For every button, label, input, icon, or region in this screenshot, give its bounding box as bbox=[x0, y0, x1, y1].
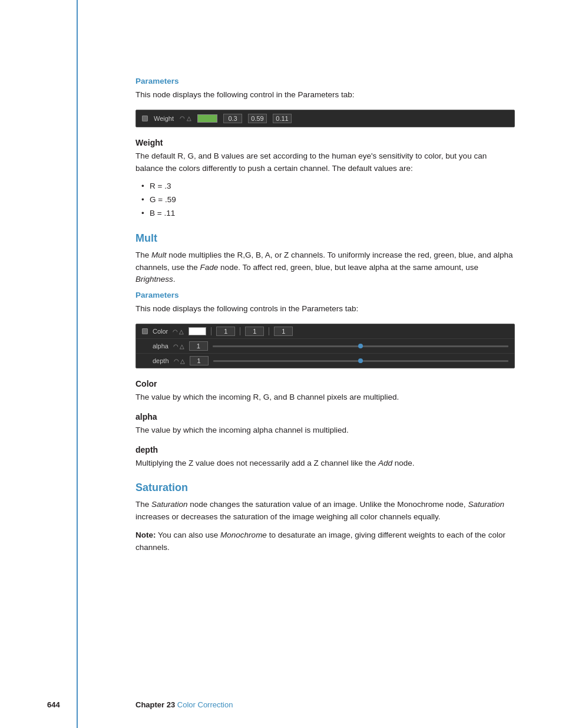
alpha-value: 1 bbox=[189, 341, 208, 351]
color-param-body: The value by which the incoming R, G, an… bbox=[135, 391, 515, 404]
alpha-param-section: alpha The value by which the incoming al… bbox=[135, 412, 515, 437]
parameters-2-heading: Parameters bbox=[135, 291, 515, 299]
weight-panel-icons: ◠ △ bbox=[180, 115, 191, 121]
color-param-section: Color The value by which the incoming R,… bbox=[135, 379, 515, 404]
alpha-label: alpha bbox=[153, 342, 168, 350]
weight-panel-label: Weight bbox=[154, 115, 174, 122]
page: Parameters This node displays the follow… bbox=[0, 0, 562, 728]
parameters-1-section: Parameters This node displays the follow… bbox=[135, 77, 515, 127]
depth-icon-2: △ bbox=[180, 358, 185, 364]
weight-ui-panel: Weight ◠ △ 0.3 0.59 0.11 bbox=[135, 110, 515, 127]
mult-panel-row-alpha: alpha ◠ △ 1 bbox=[136, 339, 514, 354]
mult-panel-row-color: Color ◠ △ 1 1 1 bbox=[136, 324, 514, 339]
weight-bullet-list: R = .3 G = .59 B = .11 bbox=[144, 180, 515, 220]
footer-chapter-info: Chapter 23 Color Correction bbox=[135, 700, 233, 709]
note-bold: Note: bbox=[135, 531, 156, 539]
saturation-heading: Saturation bbox=[135, 482, 515, 494]
page-number: 644 bbox=[47, 700, 60, 709]
parameters-2-intro: This node displays the following control… bbox=[135, 303, 515, 315]
weight-value-g: 0.59 bbox=[248, 114, 267, 123]
alpha-indent bbox=[142, 343, 148, 349]
color-value-3: 1 bbox=[274, 327, 293, 336]
alpha-slider-track[interactable] bbox=[213, 345, 508, 347]
mult-body: The Mult node multiplies the R,G, B, A, … bbox=[135, 249, 515, 286]
depth-param-body: Multiplying the Z value does not necessa… bbox=[135, 457, 515, 470]
mult-section: Mult The Mult node multiplies the R,G, B… bbox=[135, 232, 515, 286]
divider-1 bbox=[211, 327, 211, 335]
divider-2 bbox=[240, 327, 240, 335]
saturation-body1: The Saturation node changes the saturati… bbox=[135, 499, 515, 523]
color-value-2: 1 bbox=[245, 327, 264, 336]
chapter-title: Color Correction bbox=[177, 700, 233, 709]
alpha-param-heading: alpha bbox=[135, 412, 515, 421]
alpha-icons: ◠ △ bbox=[173, 343, 184, 350]
alpha-icon-1: ◠ bbox=[173, 343, 178, 350]
weight-body: The default R, G, and B values are set a… bbox=[135, 150, 515, 175]
weight-heading: Weight bbox=[135, 138, 515, 147]
alpha-param-body: The value by which the incoming alpha ch… bbox=[135, 424, 515, 437]
parameters-1-heading: Parameters bbox=[135, 77, 515, 85]
depth-indent bbox=[142, 358, 148, 364]
mult-panel-row-depth: depth ◠ △ 1 bbox=[136, 354, 514, 368]
parameters-1-intro: This node displays the following control… bbox=[135, 89, 515, 101]
depth-icons: ◠ △ bbox=[174, 358, 185, 364]
depth-param-section: depth Multiplying the Z value does not n… bbox=[135, 445, 515, 470]
depth-slider-handle[interactable] bbox=[358, 358, 363, 363]
chapter-label: Chapter 23 bbox=[135, 700, 175, 709]
color-white-swatch bbox=[189, 327, 206, 335]
depth-icon-1: ◠ bbox=[174, 358, 179, 364]
saturation-note: Note: You can also use Monochrome to des… bbox=[135, 529, 515, 554]
alpha-icon-2: △ bbox=[180, 343, 184, 350]
weight-icon-1: ◠ bbox=[180, 115, 185, 121]
parameters-2-section: Parameters This node displays the follow… bbox=[135, 291, 515, 368]
panel-icon bbox=[142, 116, 148, 121]
color-value-1: 1 bbox=[216, 327, 235, 336]
depth-slider-track[interactable] bbox=[213, 360, 508, 362]
saturation-section: Saturation The Saturation node changes t… bbox=[135, 482, 515, 554]
weight-value-r: 0.3 bbox=[223, 114, 242, 123]
color-icon-1: ◠ bbox=[173, 328, 178, 335]
divider-3 bbox=[269, 327, 269, 335]
weight-icon-2: △ bbox=[187, 115, 191, 121]
weight-section: Weight The default R, G, and B values ar… bbox=[135, 138, 515, 220]
color-icons: ◠ △ bbox=[173, 328, 184, 335]
left-rule bbox=[77, 0, 78, 728]
mult-ui-panel: Color ◠ △ 1 1 1 alpha bbox=[135, 324, 515, 368]
alpha-slider-handle[interactable] bbox=[358, 344, 363, 348]
color-icon-2: △ bbox=[179, 328, 184, 335]
content-area: Parameters This node displays the follow… bbox=[135, 0, 515, 601]
mult-panel-icon bbox=[142, 328, 148, 334]
depth-value: 1 bbox=[190, 356, 209, 365]
color-label: Color bbox=[153, 328, 168, 335]
weight-color-swatch bbox=[197, 114, 217, 123]
weight-value-b: 0.11 bbox=[273, 114, 292, 123]
color-param-heading: Color bbox=[135, 379, 515, 388]
mult-heading: Mult bbox=[135, 232, 515, 245]
bullet-r: R = .3 bbox=[144, 180, 515, 193]
bullet-b: B = .11 bbox=[144, 207, 515, 220]
depth-label: depth bbox=[153, 357, 169, 364]
depth-param-heading: depth bbox=[135, 445, 515, 454]
bullet-g: G = .59 bbox=[144, 193, 515, 207]
